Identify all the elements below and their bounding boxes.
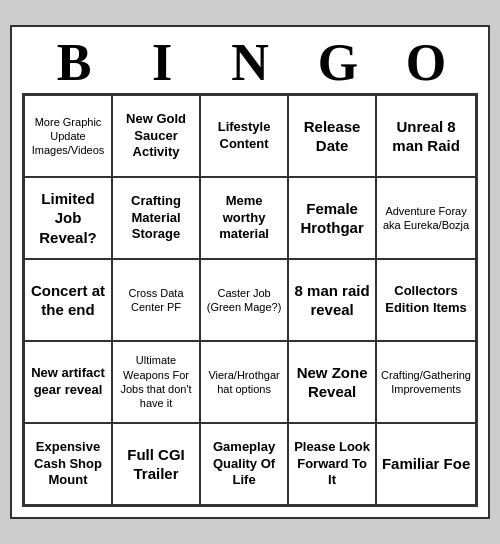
- bingo-grid: More Graphic Update Images/VideosNew Gol…: [22, 93, 478, 507]
- bingo-cell-15[interactable]: New artifact gear reveal: [24, 341, 112, 423]
- bingo-cell-11[interactable]: Cross Data Center PF: [112, 259, 200, 341]
- bingo-cell-1[interactable]: New Gold Saucer Activity: [112, 95, 200, 177]
- bingo-header: BINGO: [22, 37, 478, 89]
- bingo-cell-24[interactable]: Familiar Foe: [376, 423, 476, 505]
- bingo-letter-b: B: [30, 37, 118, 89]
- bingo-cell-5[interactable]: Limited Job Reveal?: [24, 177, 112, 259]
- bingo-letter-o: O: [382, 37, 470, 89]
- bingo-cell-9[interactable]: Adventure Foray aka Eureka/Bozja: [376, 177, 476, 259]
- bingo-cell-13[interactable]: 8 man raid reveal: [288, 259, 376, 341]
- bingo-cell-10[interactable]: Concert at the end: [24, 259, 112, 341]
- bingo-cell-16[interactable]: Ultimate Weapons For Jobs that don't hav…: [112, 341, 200, 423]
- bingo-cell-14[interactable]: Collectors Edition Items: [376, 259, 476, 341]
- bingo-cell-21[interactable]: Full CGI Trailer: [112, 423, 200, 505]
- bingo-cell-3[interactable]: Release Date: [288, 95, 376, 177]
- bingo-cell-12[interactable]: Caster Job (Green Mage?): [200, 259, 288, 341]
- bingo-cell-19[interactable]: Crafting/Gathering Improvements: [376, 341, 476, 423]
- bingo-letter-i: I: [118, 37, 206, 89]
- bingo-cell-23[interactable]: Please Look Forward To It: [288, 423, 376, 505]
- bingo-letter-g: G: [294, 37, 382, 89]
- bingo-cell-17[interactable]: Viera/Hrothgar hat options: [200, 341, 288, 423]
- bingo-card: BINGO More Graphic Update Images/VideosN…: [10, 25, 490, 519]
- bingo-cell-0[interactable]: More Graphic Update Images/Videos: [24, 95, 112, 177]
- bingo-cell-2[interactable]: Lifestyle Content: [200, 95, 288, 177]
- bingo-cell-6[interactable]: Crafting Material Storage: [112, 177, 200, 259]
- bingo-cell-22[interactable]: Gameplay Quality Of Life: [200, 423, 288, 505]
- bingo-letter-n: N: [206, 37, 294, 89]
- bingo-cell-4[interactable]: Unreal 8 man Raid: [376, 95, 476, 177]
- bingo-cell-20[interactable]: Expensive Cash Shop Mount: [24, 423, 112, 505]
- bingo-cell-18[interactable]: New Zone Reveal: [288, 341, 376, 423]
- bingo-cell-7[interactable]: Meme worthy material: [200, 177, 288, 259]
- bingo-cell-8[interactable]: Female Hrothgar: [288, 177, 376, 259]
